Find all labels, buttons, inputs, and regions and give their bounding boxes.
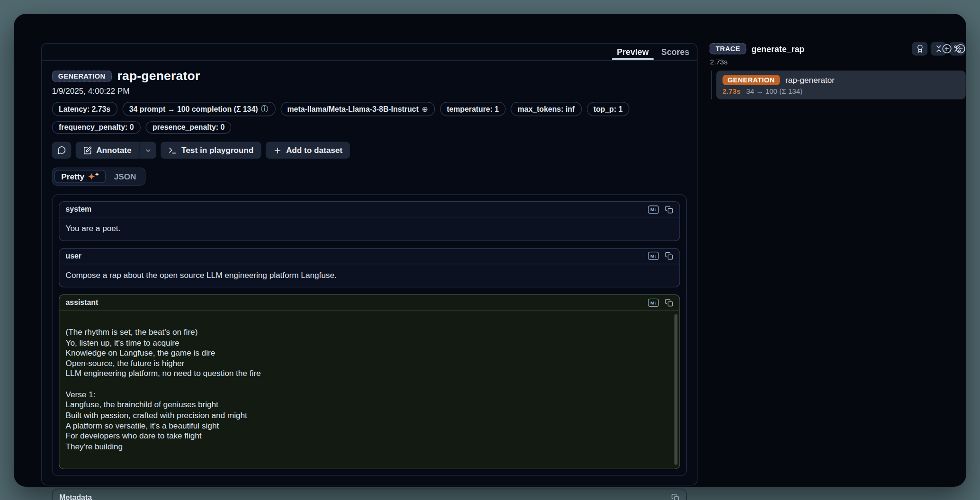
metadata-title: Metadata — [59, 493, 92, 500]
view-mode-pretty[interactable]: Pretty ✦✦ — [54, 170, 106, 183]
chevron-down-icon — [144, 146, 152, 154]
param-badge-label: Latency: 2.73s — [59, 105, 110, 113]
param-badge-label: temperature: 1 — [447, 105, 499, 113]
terminal-icon — [168, 146, 177, 154]
trace-tree-panel: TRACE generate_rap — [710, 43, 966, 99]
annotate-label: Annotate — [96, 145, 131, 155]
param-badge-label: presence_penalty: 0 — [153, 123, 225, 132]
annotate-button[interactable]: Annotate — [76, 142, 140, 159]
message-content: You are a poet. — [59, 217, 679, 240]
observation-timestamp: 1/9/2025, 4:00:22 PM — [52, 86, 687, 96]
copy-icon[interactable] — [665, 252, 673, 260]
panel-tabs: Preview Scores — [42, 44, 697, 61]
desktop-background: Preview Scores GENERATION rap-generator … — [0, 0, 980, 500]
trace-latency: 2.73s — [710, 58, 966, 66]
markdown-toggle-icon[interactable]: M↓ — [648, 298, 658, 306]
metadata-card: Metadata { — [52, 489, 687, 500]
param-badge[interactable]: meta-llama/Meta-Llama-3-8B-Instruct ⊕ — [280, 102, 435, 116]
param-badge[interactable]: frequency_penalty: 0 — [52, 121, 141, 134]
message-role: user — [66, 251, 81, 260]
markdown-toggle-icon[interactable]: M↓ — [648, 252, 658, 260]
copy-icon[interactable] — [665, 298, 673, 306]
generation-node-badge: GENERATION — [722, 75, 780, 85]
param-badge[interactable]: temperature: 1 — [440, 102, 506, 116]
assistant-text: (The rhythm is set, the beat's on fire) … — [66, 327, 261, 451]
test-in-playground-label: Test in playground — [181, 145, 253, 155]
trace-tree: GENERATION rap-generator 2.73s 34 → 100 … — [710, 71, 966, 99]
generation-node-latency: 2.73s — [722, 88, 740, 95]
sparkles-icon: ✦✦ — [88, 172, 99, 180]
param-badge[interactable]: max_tokens: inf — [511, 102, 582, 116]
param-badge-label: meta-llama/Meta-Llama-3-8B-Instruct — [288, 105, 419, 113]
page-title: rap-generator — [117, 69, 200, 83]
param-badge-label: 34 prompt → 100 completion (Σ 134) — [129, 105, 258, 113]
trace-name[interactable]: generate_rap — [752, 44, 805, 54]
param-badge[interactable]: top_p: 1 — [586, 102, 629, 116]
tab-scores[interactable]: Scores — [655, 44, 696, 60]
message-assistant: assistant M↓ (The rhythm is set, the bea… — [59, 295, 680, 469]
comment-icon — [57, 145, 66, 155]
add-to-dataset-button[interactable]: Add to dataset — [265, 142, 350, 159]
param-badge-label: top_p: 1 — [593, 105, 623, 113]
collapse-all-button[interactable] — [956, 44, 966, 54]
copy-icon[interactable] — [665, 205, 673, 213]
annotate-dropdown-button[interactable] — [140, 142, 157, 159]
generation-node-name: rap-generator — [785, 75, 835, 85]
toolbar: Annotate Test — [52, 142, 687, 159]
message-system: system M↓ You are a poet. — [59, 201, 680, 241]
param-badge-icon[interactable]: ⊕ — [422, 105, 428, 113]
message-role: system — [66, 205, 92, 214]
message-content: Compose a rap about the open source LLM … — [59, 264, 679, 287]
view-mode-toggle: Pretty ✦✦ JSON — [52, 168, 146, 186]
tab-preview[interactable]: Preview — [611, 44, 655, 60]
plus-circle-icon — [942, 44, 952, 54]
param-badge[interactable]: 34 prompt → 100 completion (Σ 134) ⓘ — [122, 102, 275, 116]
trace-type-badge: TRACE — [710, 43, 746, 54]
param-badge-label: max_tokens: inf — [518, 105, 575, 113]
app-window: Preview Scores GENERATION rap-generator … — [14, 14, 966, 487]
pretty-label: Pretty — [61, 172, 84, 181]
markdown-toggle-icon[interactable]: M↓ — [648, 205, 658, 213]
message-role: assistant — [66, 298, 99, 307]
observation-panel: Preview Scores GENERATION rap-generator … — [41, 43, 697, 485]
view-mode-json[interactable]: JSON — [107, 170, 143, 183]
generation-type-badge: GENERATION — [52, 70, 112, 81]
message-user: user M↓ Compose a rap about the open sou… — [59, 248, 680, 287]
test-in-playground-button[interactable]: Test in playground — [161, 142, 261, 159]
messages-container: system M↓ You are a poet. — [52, 194, 687, 476]
scrollbar-thumb[interactable] — [674, 314, 678, 465]
comment-button[interactable] — [52, 142, 72, 159]
minus-circle-icon — [956, 44, 966, 54]
generation-node-tokens: 34 → 100 (Σ 134) — [746, 88, 802, 95]
plus-icon — [273, 146, 281, 154]
edit-icon — [83, 146, 91, 154]
param-badge[interactable]: presence_penalty: 0 — [146, 121, 232, 134]
param-badge-label: frequency_penalty: 0 — [59, 123, 134, 132]
generation-node-selected[interactable]: GENERATION rap-generator 2.73s 34 → 100 … — [716, 71, 965, 99]
copy-icon[interactable] — [671, 493, 679, 500]
annotate-split-button: Annotate — [76, 142, 157, 159]
param-badge[interactable]: Latency: 2.73s — [52, 102, 117, 116]
add-to-dataset-label: Add to dataset — [286, 145, 342, 155]
expand-all-button[interactable] — [942, 44, 952, 54]
parameter-badges: Latency: 2.73s 34 prompt → 100 completio… — [52, 102, 687, 134]
message-content: (The rhythm is set, the beat's on fire) … — [59, 311, 679, 469]
param-badge-icon[interactable]: ⓘ — [261, 104, 269, 114]
panel-content: GENERATION rap-generator 1/9/2025, 4:00:… — [42, 61, 697, 500]
